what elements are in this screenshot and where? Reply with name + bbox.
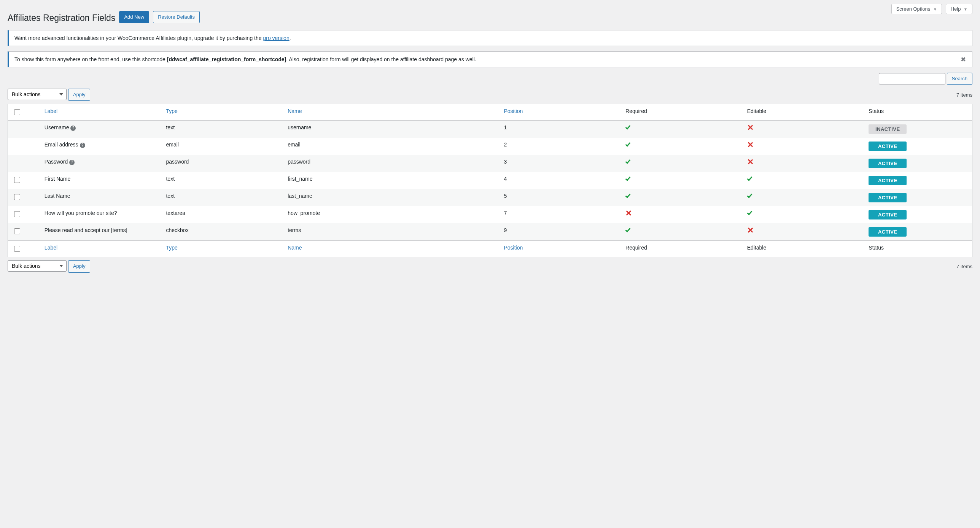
row-name: password (283, 155, 499, 172)
row-label: Last Name (45, 193, 70, 199)
col-required-bottom: Required (621, 241, 743, 257)
col-editable-bottom: Editable (743, 241, 864, 257)
status-badge[interactable]: ACTIVE (869, 142, 907, 151)
row-name: last_name (283, 189, 499, 206)
status-badge[interactable]: INACTIVE (869, 124, 907, 134)
col-status: Status (864, 104, 972, 121)
sort-type[interactable]: Type (166, 108, 177, 114)
cross-icon (747, 159, 753, 165)
table-row: Last Nametextlast_name5ACTIVE (8, 189, 972, 206)
sort-label-bottom[interactable]: Label (45, 245, 57, 251)
help-icon[interactable]: ? (80, 143, 85, 148)
upgrade-notice-suffix: . (290, 35, 291, 41)
row-type: text (161, 172, 283, 189)
row-position: 5 (499, 189, 621, 206)
table-row: Email address?emailemail2ACTIVE (8, 138, 972, 155)
check-icon (625, 159, 632, 165)
check-icon (625, 176, 632, 182)
check-icon (625, 227, 632, 233)
row-label: First Name (45, 176, 70, 182)
row-label: Please read and accept our [terms] (45, 227, 127, 233)
help-icon[interactable]: ? (70, 126, 76, 131)
check-icon (747, 210, 753, 216)
dismiss-notice-button[interactable]: ✖ (958, 55, 968, 64)
status-badge[interactable]: ACTIVE (869, 176, 907, 185)
items-count-top: 7 items (956, 92, 972, 98)
shortcode-code: [ddwcaf_affiliate_registration_form_shor… (167, 56, 286, 62)
restore-defaults-button[interactable]: Restore Defaults (153, 11, 200, 23)
row-type: password (161, 155, 283, 172)
row-checkbox[interactable] (14, 211, 20, 217)
chevron-down-icon: ▼ (964, 7, 967, 11)
check-icon (747, 193, 753, 199)
help-label: Help (951, 6, 961, 12)
row-label: Password (45, 159, 68, 165)
row-label: Username (45, 124, 69, 130)
bulk-actions-select-top[interactable]: Bulk actions (8, 89, 67, 100)
row-type: text (161, 189, 283, 206)
row-name: first_name (283, 172, 499, 189)
items-count-bottom: 7 items (956, 264, 972, 269)
apply-button-bottom[interactable]: Apply (68, 260, 91, 272)
row-checkbox[interactable] (14, 177, 20, 183)
row-type: email (161, 138, 283, 155)
cross-icon (747, 142, 753, 148)
search-button[interactable]: Search (947, 73, 972, 85)
select-all-checkbox-bottom[interactable] (14, 246, 20, 252)
cross-icon (747, 227, 753, 233)
row-checkbox[interactable] (14, 194, 20, 200)
col-status-bottom: Status (864, 241, 972, 257)
upgrade-notice: Want more advanced functionalities in yo… (8, 30, 972, 46)
status-badge[interactable]: ACTIVE (869, 193, 907, 202)
row-type: textarea (161, 206, 283, 223)
shortcode-notice-suffix: . Also, registration form will get displ… (286, 56, 476, 62)
screen-options-tab[interactable]: Screen Options ▼ (891, 4, 942, 14)
table-row: Password?passwordpassword3ACTIVE (8, 155, 972, 172)
check-icon (625, 142, 632, 148)
shortcode-notice-prefix: To show this form anywhere on the front … (14, 56, 167, 62)
sort-position-bottom[interactable]: Position (504, 245, 523, 251)
status-badge[interactable]: ACTIVE (869, 227, 907, 237)
sort-type-bottom[interactable]: Type (166, 245, 177, 251)
shortcode-notice: To show this form anywhere on the front … (8, 51, 972, 67)
table-row: Username?textusername1INACTIVE (8, 121, 972, 138)
col-required: Required (621, 104, 743, 121)
row-label: Email address (45, 142, 78, 148)
add-new-button[interactable]: Add New (119, 11, 149, 23)
chevron-down-icon: ▼ (933, 7, 937, 11)
table-row: How will you promote our site?textareaho… (8, 206, 972, 223)
apply-button-top[interactable]: Apply (68, 89, 91, 101)
row-position: 4 (499, 172, 621, 189)
row-name: username (283, 121, 499, 138)
select-all-checkbox-top[interactable] (14, 109, 20, 115)
sort-name[interactable]: Name (288, 108, 302, 114)
status-badge[interactable]: ACTIVE (869, 210, 907, 219)
help-tab[interactable]: Help ▼ (946, 4, 972, 14)
screen-options-label: Screen Options (896, 6, 931, 12)
sort-name-bottom[interactable]: Name (288, 245, 302, 251)
row-name: terms (283, 223, 499, 241)
status-badge[interactable]: ACTIVE (869, 159, 907, 168)
fields-table: Label Type Name Position Required Editab… (8, 104, 972, 257)
row-position: 3 (499, 155, 621, 172)
table-row: First Nametextfirst_name4ACTIVE (8, 172, 972, 189)
bulk-actions-select-bottom[interactable]: Bulk actions (8, 260, 67, 272)
row-position: 2 (499, 138, 621, 155)
row-name: how_promote (283, 206, 499, 223)
row-label: How will you promote our site? (45, 210, 117, 216)
sort-label[interactable]: Label (45, 108, 57, 114)
pro-version-link[interactable]: pro version (263, 35, 289, 41)
sort-position[interactable]: Position (504, 108, 523, 114)
row-type: text (161, 121, 283, 138)
col-editable: Editable (743, 104, 864, 121)
cross-icon (747, 124, 753, 130)
check-icon (747, 176, 753, 182)
row-position: 7 (499, 206, 621, 223)
close-icon: ✖ (961, 56, 966, 63)
upgrade-notice-prefix: Want more advanced functionalities in yo… (14, 35, 263, 41)
cross-icon (625, 210, 632, 216)
help-icon[interactable]: ? (69, 160, 75, 165)
row-checkbox[interactable] (14, 228, 20, 234)
check-icon (625, 193, 632, 199)
search-input[interactable] (879, 73, 945, 84)
